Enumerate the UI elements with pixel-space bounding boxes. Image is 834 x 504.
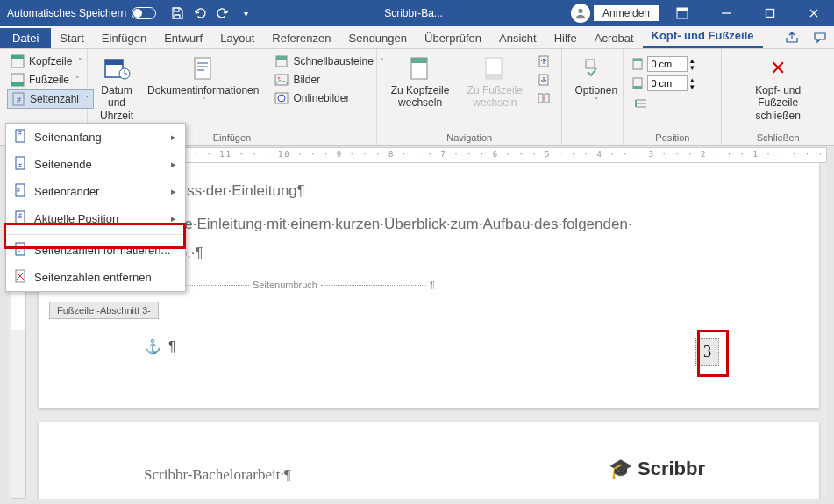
page-top-icon: # (13, 129, 27, 146)
save-icon[interactable] (167, 3, 188, 24)
onlinepictures-button[interactable]: Onlinebilder (271, 89, 387, 107)
menu-label: Seitenanfang (34, 131, 102, 144)
svg-point-0 (578, 9, 582, 13)
tab-layout[interactable]: Layout (211, 28, 263, 48)
svg-rect-8 (11, 82, 24, 86)
svg-rect-4 (766, 10, 774, 18)
menu-seitenende[interactable]: #Seitenende▸ (6, 151, 185, 178)
menu-separator (6, 234, 185, 235)
svg-text:#: # (18, 130, 22, 136)
heading-text: bschluss·der·Einleitung¶ (144, 177, 740, 205)
link-icon (537, 91, 551, 105)
tab-start[interactable]: Start (51, 28, 92, 48)
docinfo-icon (189, 54, 217, 82)
menu-label: Seitenende (34, 158, 92, 171)
page-margin-icon: # (13, 183, 27, 200)
link-previous-button[interactable] (533, 89, 554, 107)
footer-from-bottom[interactable]: 0 cm▴▾ (631, 75, 695, 91)
options-label: Optionen (574, 84, 617, 96)
menu-seitenanfang[interactable]: #Seitenanfang▸ (6, 124, 185, 151)
page-2: Scribbr-Bachelorarbeit·¶ 🎓Scribbr (39, 422, 819, 499)
next-section-button[interactable] (533, 71, 554, 89)
quickparts-label: Schnellbausteine (293, 55, 373, 67)
goto-footer-label: Zu Fußzeile wechseln (465, 84, 524, 110)
tab-ansicht[interactable]: Ansicht (490, 28, 545, 48)
pagenumber-dropdown[interactable]: #Seitenzahl˅ (7, 89, 94, 109)
pictures-button[interactable]: Bilder (271, 71, 387, 89)
tab-einfuegen[interactable]: Einfügen (93, 28, 155, 48)
svg-rect-22 (411, 58, 427, 63)
share-icon[interactable] (778, 27, 806, 48)
autosave-label: Automatisches Speichern (7, 7, 126, 19)
svg-rect-31 (633, 59, 642, 61)
insert-alignment-tab[interactable] (631, 95, 695, 112)
svg-text:#: # (18, 212, 22, 218)
group-label-close: Schließen (729, 131, 827, 143)
sign-in-button[interactable]: Anmelden (594, 5, 659, 21)
comments-icon[interactable] (806, 27, 834, 48)
prev-section-button[interactable] (533, 53, 554, 70)
tab-sendungen[interactable]: Sendungen (340, 28, 417, 48)
date-time-button[interactable]: Datum und Uhrzeit (95, 53, 139, 131)
qat-dropdown-icon[interactable]: ▾ (235, 3, 256, 24)
pilcrow-icon: ¶ (168, 339, 176, 355)
svg-text:#: # (17, 187, 20, 193)
header-label: Kopfzeile (29, 55, 72, 67)
calendar-icon (103, 54, 131, 82)
options-button[interactable]: Optionen˅ (569, 53, 623, 141)
menu-label: Seitenzahlen entfernen (34, 271, 152, 284)
ribbon-display-options-icon[interactable] (662, 0, 702, 26)
footer-bot-icon (631, 76, 645, 90)
tab-acrobat[interactable]: Acrobat (586, 28, 643, 48)
user-icon[interactable] (571, 4, 590, 23)
tab-kopf-fusszeile[interactable]: Kopf- und Fußzeile (643, 25, 763, 48)
svg-rect-12 (105, 60, 123, 65)
footer-bot-value[interactable]: 0 cm (647, 75, 688, 91)
svg-rect-29 (586, 60, 595, 68)
footer-area[interactable]: ⚓ ¶ (144, 338, 176, 355)
undo-icon[interactable] (189, 3, 210, 24)
autosave-toggle[interactable]: Automatisches Speichern (0, 7, 163, 19)
footer-dropdown[interactable]: Fußzeile˅ (7, 71, 94, 89)
titlebar: Automatisches Speichern ▾ Scribbr-Ba... … (0, 0, 834, 26)
tab-strip: Datei Start Einfügen Entwurf Layout Refe… (0, 26, 834, 49)
onlinepictures-label: Onlinebilder (293, 92, 349, 104)
document-title: Scribbr-Ba... (256, 7, 571, 19)
footer-boundary (47, 316, 810, 316)
header-top-value[interactable]: 0 cm (647, 56, 688, 72)
tab-entwurf[interactable]: Entwurf (155, 28, 211, 48)
next-icon (537, 73, 551, 87)
anchor-icon: ⚓ (144, 338, 161, 355)
menu-aktuelle-position[interactable]: #Aktuelle Position▸ (6, 205, 185, 232)
goto-header-icon (406, 54, 434, 82)
docinfo-button[interactable]: Dokumentinformationen˅ (142, 53, 264, 131)
tab-icon (634, 96, 648, 110)
close-icon[interactable] (794, 0, 834, 26)
tab-ueberpruefen[interactable]: Überprüfen (416, 28, 490, 48)
redo-icon[interactable] (212, 3, 233, 24)
header-from-top[interactable]: 0 cm▴▾ (631, 56, 695, 72)
toggle-off-icon (132, 7, 156, 19)
svg-point-20 (278, 95, 285, 102)
close-hf-label: Kopf- und Fußzeile schließen (734, 84, 822, 122)
svg-text:#: # (17, 96, 21, 104)
tab-referenzen[interactable]: Referenzen (263, 28, 339, 48)
header-dropdown[interactable]: Kopfzeile˅ (7, 53, 94, 70)
tab-hilfe[interactable]: Hilfe (545, 28, 586, 48)
group-label-nav: Navigation (384, 131, 554, 143)
maximize-icon[interactable] (750, 0, 790, 26)
close-hf-button[interactable]: ✕Kopf- und Fußzeile schließen (729, 53, 827, 131)
header-icon (11, 54, 25, 68)
quickparts-button[interactable]: Schnellbausteine˅ (271, 53, 387, 70)
scribbr-logo: 🎓Scribbr (609, 458, 705, 480)
tab-datei[interactable]: Datei (0, 28, 51, 48)
goto-header-button[interactable]: Zu Kopfzeile wechseln (384, 53, 456, 131)
menu-seitenraender[interactable]: #Seitenränder▸ (6, 178, 185, 205)
quickparts-icon (274, 54, 289, 68)
minimize-icon[interactable] (706, 0, 746, 26)
menu-seitenzahlen-formatieren[interactable]: Seitenzahlen formatieren... (6, 237, 185, 264)
brand-text: Scribbr (638, 458, 705, 480)
menu-seitenzahlen-entfernen[interactable]: Seitenzahlen entfernen (6, 264, 185, 291)
header-top-icon (631, 57, 645, 71)
page-number-field[interactable]: 3 (695, 338, 719, 366)
